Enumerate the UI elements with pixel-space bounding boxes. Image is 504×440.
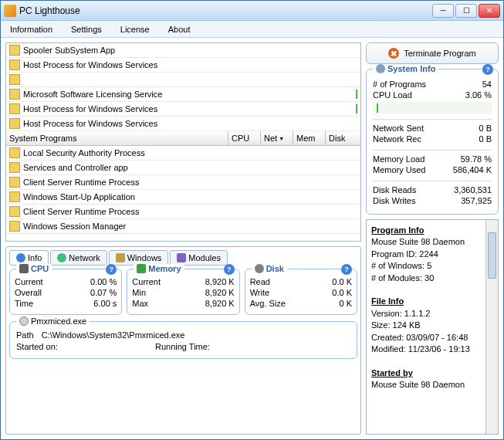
help-button[interactable]: ? bbox=[106, 264, 117, 275]
started-label: Started on: bbox=[16, 342, 147, 351]
maximize-button[interactable]: ☐ bbox=[455, 4, 477, 18]
disk-group: Disk ? Read0.0 K Write0.0 K Avg. Size0 K bbox=[245, 269, 357, 315]
process-icon bbox=[9, 103, 20, 114]
file-info-heading: File Info bbox=[371, 296, 404, 306]
process-row[interactable]: Services and Controller app bbox=[6, 161, 360, 175]
process-icon bbox=[9, 162, 20, 173]
running-label: Running Time: bbox=[155, 342, 210, 351]
process-name: Host Process for Windows Services bbox=[23, 119, 357, 128]
cpu-sparkline bbox=[377, 103, 378, 113]
details-panel: Info Network Windows Modules CPU ? Curre… bbox=[5, 246, 361, 435]
process-name: Local Security Authority Process bbox=[23, 148, 357, 157]
process-row[interactable]: Microsoft Software Licensing Service bbox=[6, 87, 360, 102]
process-row[interactable]: Client Server Runtime Process bbox=[6, 175, 360, 190]
disk-icon bbox=[255, 264, 264, 273]
process-name: Host Process for Windows Services bbox=[23, 60, 357, 69]
process-list[interactable]: Spooler SubSystem AppHost Process for Wi… bbox=[5, 42, 361, 242]
col-name[interactable]: System Programs bbox=[9, 134, 228, 143]
memory-group: Memory ? Current8,920 K Min8,920 K Max8,… bbox=[127, 269, 239, 315]
info-icon bbox=[16, 253, 25, 262]
activity-bar bbox=[356, 90, 357, 99]
process-row[interactable]: Spooler SubSystem App bbox=[6, 43, 360, 58]
menu-license[interactable]: License bbox=[117, 23, 153, 36]
tab-modules[interactable]: Modules bbox=[170, 250, 228, 266]
app-window: PC Lighthouse ─ ☐ ✕ Information Settings… bbox=[0, 0, 504, 440]
tab-network[interactable]: Network bbox=[50, 250, 107, 266]
terminate-button[interactable]: ✖ Terminate Program bbox=[366, 42, 499, 64]
close-button[interactable]: ✕ bbox=[479, 4, 500, 18]
menu-information[interactable]: Information bbox=[7, 23, 56, 36]
process-icon bbox=[9, 59, 20, 70]
program-info-heading: Program Info bbox=[371, 225, 424, 235]
help-button[interactable]: ? bbox=[482, 64, 493, 75]
process-name: Client Server Runtime Process bbox=[23, 207, 357, 216]
network-icon bbox=[57, 253, 66, 262]
help-button[interactable]: ? bbox=[341, 264, 352, 275]
process-icon bbox=[9, 45, 20, 56]
app-icon bbox=[4, 5, 16, 17]
executable-group: Pmxmiced.exe PathC:\Windows\System32\Pmx… bbox=[9, 321, 357, 359]
modules-icon bbox=[177, 253, 186, 262]
process-row[interactable]: Local Security Authority Process bbox=[6, 146, 360, 161]
process-icon bbox=[9, 221, 20, 232]
process-name: Microsoft Software Licensing Service bbox=[23, 90, 333, 99]
process-name: Services and Controller app bbox=[23, 163, 357, 172]
scroll-thumb[interactable] bbox=[488, 232, 496, 279]
executable-name: Pmxmiced.exe bbox=[31, 316, 86, 326]
cpu-icon bbox=[19, 264, 29, 273]
sysinfo-icon bbox=[376, 64, 385, 73]
memory-icon bbox=[137, 264, 146, 273]
process-row[interactable]: Client Server Runtime Process bbox=[6, 205, 360, 219]
started-by-heading: Started by bbox=[371, 368, 413, 377]
system-info-group: System Info ? # of Programs54 CPU Load3.… bbox=[366, 69, 499, 215]
process-icon bbox=[9, 191, 20, 202]
process-row[interactable] bbox=[6, 73, 360, 87]
menubar: Information Settings License About bbox=[1, 21, 503, 38]
process-row[interactable]: Host Process for Windows Services bbox=[6, 102, 360, 117]
process-icon bbox=[9, 89, 20, 100]
process-name: Client Server Runtime Process bbox=[23, 178, 357, 187]
titlebar[interactable]: PC Lighthouse ─ ☐ ✕ bbox=[1, 1, 503, 21]
cpu-group: CPU ? Current0.00 % Overall0.07 % Time6.… bbox=[9, 269, 122, 315]
menu-settings[interactable]: Settings bbox=[68, 23, 105, 36]
process-row[interactable]: Host Process for Windows Services bbox=[6, 117, 360, 131]
windows-icon bbox=[116, 253, 125, 262]
col-disk[interactable]: Disk bbox=[325, 131, 357, 145]
process-icon bbox=[9, 206, 20, 217]
tab-info[interactable]: Info bbox=[9, 250, 49, 266]
window-title: PC Lighthouse bbox=[19, 5, 432, 16]
process-row[interactable]: Host Process for Windows Services bbox=[6, 58, 360, 73]
process-name: Windows Start-Up Application bbox=[23, 192, 357, 201]
sort-arrow-icon: ▼ bbox=[279, 136, 284, 141]
menu-about[interactable]: About bbox=[165, 23, 194, 36]
process-row[interactable]: Windows Start-Up Application bbox=[6, 190, 360, 205]
scrollbar[interactable] bbox=[485, 220, 498, 434]
program-info-panel: Program Info Mouse Suite 98 Daemon Progr… bbox=[366, 219, 499, 435]
help-button[interactable]: ? bbox=[224, 264, 235, 275]
process-name: Host Process for Windows Services bbox=[23, 104, 333, 113]
col-net[interactable]: Net▼ bbox=[260, 131, 293, 145]
process-icon bbox=[9, 118, 20, 129]
path-label: Path bbox=[16, 330, 34, 340]
process-name: Windows Session Manager bbox=[23, 222, 357, 231]
process-name: Spooler SubSystem App bbox=[23, 46, 357, 55]
process-list-header[interactable]: System Programs CPU Net▼ Mem Disk bbox=[6, 131, 360, 146]
path-value: C:\Windows\System32\Pmxmiced.exe bbox=[42, 330, 185, 340]
process-icon bbox=[9, 177, 20, 188]
activity-bar bbox=[356, 104, 357, 113]
process-icon bbox=[9, 147, 20, 158]
mouse-icon bbox=[19, 316, 29, 326]
process-row[interactable]: Windows Session Manager bbox=[6, 219, 360, 234]
col-cpu[interactable]: CPU bbox=[228, 131, 260, 145]
minimize-button[interactable]: ─ bbox=[432, 4, 454, 18]
col-mem[interactable]: Mem bbox=[293, 131, 325, 145]
tab-windows[interactable]: Windows bbox=[109, 250, 169, 266]
process-icon bbox=[9, 74, 20, 85]
terminate-icon: ✖ bbox=[388, 48, 399, 59]
